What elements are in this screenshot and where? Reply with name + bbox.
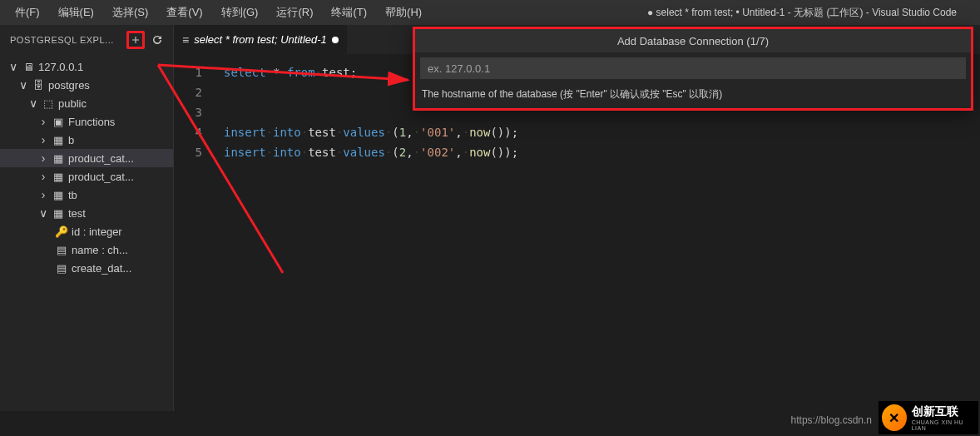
chevron-down-icon: ∨ (17, 78, 30, 92)
sidebar-actions (126, 31, 166, 49)
menu-help[interactable]: 帮助(H) (377, 2, 430, 23)
menu-terminal[interactable]: 终端(T) (323, 2, 375, 23)
table-icon: ▦ (50, 207, 67, 220)
folder-icon: ▣ (50, 116, 67, 128)
refresh-icon (151, 34, 163, 46)
tree-server[interactable]: ∨ 🖥 127.0.0.1 (0, 57, 173, 76)
menu-items: 件(F) 编辑(E) 选择(S) 查看(V) 转到(G) 运行(R) 终端(T)… (7, 2, 430, 23)
tree-label: test (67, 207, 86, 220)
tree-label: id : integer (70, 225, 122, 238)
column-icon: ▤ (53, 244, 70, 256)
postgresql-explorer-sidebar: POSTGRESQL EXPL... ∨ 🖥 127.0.0.1 ∨ 🗄 pos… (0, 25, 174, 411)
menu-go[interactable]: 转到(G) (213, 2, 267, 23)
tree-label: public (57, 97, 87, 110)
status-bar: https://blog.csdn.n (791, 411, 872, 429)
chevron-right-icon: › (37, 170, 50, 183)
table-icon: ▦ (50, 171, 67, 183)
line-number: 3 (174, 102, 202, 122)
tree-label: postgres (47, 79, 90, 92)
tree-label: product_cat... (67, 171, 134, 183)
sidebar-header: POSTGRESQL EXPL... (0, 25, 173, 54)
plus-icon (132, 34, 139, 46)
menu-bar: 件(F) 编辑(E) 选择(S) 查看(V) 转到(G) 运行(R) 终端(T)… (0, 0, 980, 25)
table-icon: ▦ (50, 189, 67, 201)
tree-label: Functions (67, 116, 115, 128)
tree-label: product_cat... (67, 152, 134, 165)
tree-table[interactable]: › ▦ product_cat... (0, 167, 173, 186)
editor-tab[interactable]: ≡ select * from test; Untitled-1 (174, 25, 348, 54)
line-number: 1 (174, 62, 202, 82)
tree-label: tb (67, 189, 77, 201)
menu-run[interactable]: 运行(R) (268, 2, 321, 23)
tree-table[interactable]: › ▦ product_cat... (0, 149, 173, 167)
dialog-title: Add Database Connection (1/7) (415, 29, 971, 52)
menu-selection[interactable]: 选择(S) (104, 2, 156, 23)
tree-label: 127.0.0.1 (37, 61, 83, 73)
logo-text: 创新互联 (912, 404, 975, 419)
line-number: 5 (174, 142, 202, 162)
logo-subtext: CHUANG XIN HU LIAN (912, 419, 975, 431)
chevron-right-icon: › (37, 151, 50, 165)
tree-label: name : ch... (70, 244, 128, 256)
key-icon: 🔑 (53, 225, 70, 238)
file-icon: ≡ (182, 33, 189, 47)
chevron-right-icon: › (37, 133, 50, 146)
sidebar-title: POSTGRESQL EXPL... (10, 35, 114, 45)
tab-title: select * from test; Untitled-1 (194, 33, 327, 46)
tree-label: b (67, 134, 74, 146)
chevron-right-icon: › (37, 115, 50, 128)
tree-schema[interactable]: ∨ ⬚ public (0, 94, 173, 112)
dirty-indicator-icon (332, 37, 339, 43)
line-number: 4 (174, 122, 202, 142)
tree-label: create_dat... (70, 262, 131, 275)
hostname-input[interactable]: ex. 127.0.0.1 (420, 57, 966, 79)
table-icon: ▦ (50, 152, 67, 165)
table-icon: ▦ (50, 134, 67, 146)
logo-icon: ✕ (882, 404, 907, 431)
window-title: ● select * from test; • Untitled-1 - 无标题… (647, 6, 973, 20)
status-url: https://blog.csdn.n (791, 414, 872, 426)
tree-table[interactable]: › ▦ b (0, 131, 173, 149)
menu-view[interactable]: 查看(V) (158, 2, 210, 23)
tree-column-pk[interactable]: 🔑 id : integer (0, 222, 173, 240)
menu-file[interactable]: 件(F) (7, 2, 48, 23)
chevron-down-icon: ∨ (37, 206, 50, 220)
dialog-hint: The hostname of the database (按 "Enter" … (415, 84, 971, 108)
add-connection-dialog: Add Database Connection (1/7) ex. 127.0.… (413, 27, 973, 111)
line-gutter: 1 2 3 4 5 (174, 54, 214, 411)
menu-edit[interactable]: 编辑(E) (50, 2, 102, 23)
server-icon: 🖥 (20, 61, 37, 73)
database-icon: 🗄 (30, 79, 47, 92)
tree-table[interactable]: › ▦ tb (0, 186, 173, 204)
tree-database[interactable]: ∨ 🗄 postgres (0, 76, 173, 94)
add-connection-button[interactable] (126, 31, 145, 49)
chevron-down-icon: ∨ (27, 97, 40, 110)
schema-icon: ⬚ (40, 97, 57, 110)
database-tree[interactable]: ∨ 🖥 127.0.0.1 ∨ 🗄 postgres ∨ ⬚ public › … (0, 54, 173, 411)
watermark-logo: ✕ 创新互联 CHUANG XIN HU LIAN (879, 401, 978, 434)
column-icon: ▤ (53, 262, 70, 275)
tree-column[interactable]: ▤ create_dat... (0, 259, 173, 277)
tree-table[interactable]: ∨ ▦ test (0, 204, 173, 222)
chevron-down-icon: ∨ (7, 60, 20, 73)
tree-column[interactable]: ▤ name : ch... (0, 240, 173, 259)
tree-functions[interactable]: › ▣ Functions (0, 112, 173, 131)
line-number: 2 (174, 82, 202, 102)
chevron-right-icon: › (37, 188, 50, 201)
refresh-button[interactable] (148, 31, 166, 49)
